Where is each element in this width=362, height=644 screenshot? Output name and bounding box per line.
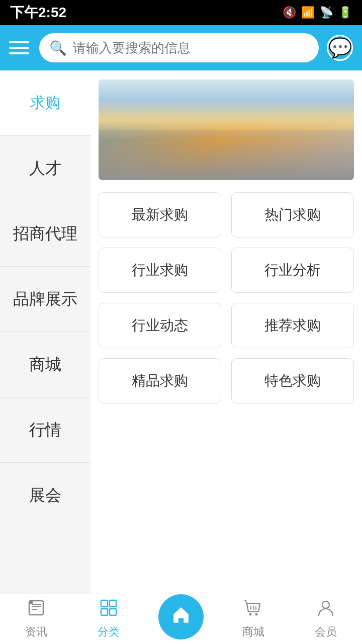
nav-mall[interactable]: 商城 — [217, 594, 290, 644]
sidebar-item-zhaoshang[interactable]: 招商代理 — [0, 201, 90, 267]
mall-icon — [244, 599, 262, 621]
nav-member-label: 会员 — [315, 624, 337, 639]
nav-category[interactable]: 分类 — [72, 594, 145, 644]
btn-special[interactable]: 特色求购 — [231, 358, 354, 404]
search-bar[interactable]: 🔍 — [39, 33, 319, 62]
member-icon — [317, 599, 335, 621]
header: 🔍 💬 — [0, 25, 362, 70]
category-grid: 最新求购 热门求购 行业求购 行业分析 行业动态 推荐求购 精品求购 特色求购 — [99, 192, 354, 404]
svg-rect-7 — [101, 609, 108, 615]
nav-member[interactable]: 会员 — [290, 594, 362, 644]
svg-rect-4 — [29, 601, 33, 604]
mute-icon: 🔇 — [283, 6, 296, 19]
search-input[interactable] — [73, 40, 309, 56]
sidebar-item-qugou[interactable]: 求购 — [0, 70, 90, 136]
battery-icon: 🔋 — [338, 6, 352, 19]
status-bar: 下午2:52 🔇 📶 📡 🔋 — [0, 0, 362, 25]
btn-recommend[interactable]: 推荐求购 — [231, 303, 354, 348]
btn-analysis[interactable]: 行业分析 — [231, 248, 354, 293]
sidebar-item-pinpai[interactable]: 品牌展示 — [0, 267, 90, 332]
search-icon: 🔍 — [49, 40, 67, 56]
svg-rect-6 — [110, 600, 116, 607]
nav-mall-label: 商城 — [242, 624, 264, 639]
svg-point-10 — [255, 613, 258, 616]
btn-newest[interactable]: 最新求购 — [99, 192, 221, 237]
svg-rect-5 — [101, 600, 108, 607]
btn-dynamic[interactable]: 行业动态 — [99, 303, 221, 348]
signal-icon: 📡 — [320, 6, 333, 19]
nav-news-label: 资讯 — [25, 624, 47, 639]
chat-button[interactable]: 💬 — [327, 35, 353, 61]
nav-home[interactable] — [158, 594, 204, 639]
status-time: 下午2:52 — [10, 3, 66, 22]
content-area: 最新求购 热门求购 行业求购 行业分析 行业动态 推荐求购 精品求购 特色求购 — [90, 70, 362, 594]
nav-news[interactable]: 资讯 — [0, 594, 72, 644]
btn-industry[interactable]: 行业求购 — [99, 248, 221, 293]
category-icon — [100, 599, 118, 621]
sidebar-item-zhanhui[interactable]: 展会 — [0, 463, 90, 528]
svg-point-9 — [249, 613, 252, 616]
bottom-nav: 资讯 分类 — [0, 594, 362, 644]
news-icon — [27, 599, 45, 621]
sidebar-item-rencai[interactable]: 人才 — [0, 136, 90, 201]
banner-image — [99, 79, 354, 180]
nav-category-label: 分类 — [98, 624, 120, 639]
main-content: 求购 人才 招商代理 品牌展示 商城 行情 展会 最新求购 — [0, 70, 362, 594]
home-icon — [171, 604, 191, 629]
menu-button[interactable] — [9, 41, 31, 54]
btn-hot[interactable]: 热门求购 — [231, 192, 354, 237]
nav-home-wrap — [145, 594, 217, 644]
sidebar: 求购 人才 招商代理 品牌展示 商城 行情 展会 — [0, 70, 90, 594]
sidebar-item-shangcheng[interactable]: 商城 — [0, 332, 90, 397]
svg-point-14 — [322, 601, 329, 608]
status-icons: 🔇 📶 📡 🔋 — [283, 6, 352, 19]
sidebar-item-hangqing[interactable]: 行情 — [0, 397, 90, 463]
svg-rect-8 — [110, 609, 116, 615]
btn-boutique[interactable]: 精品求购 — [99, 358, 221, 404]
wifi-icon: 📶 — [301, 6, 315, 19]
